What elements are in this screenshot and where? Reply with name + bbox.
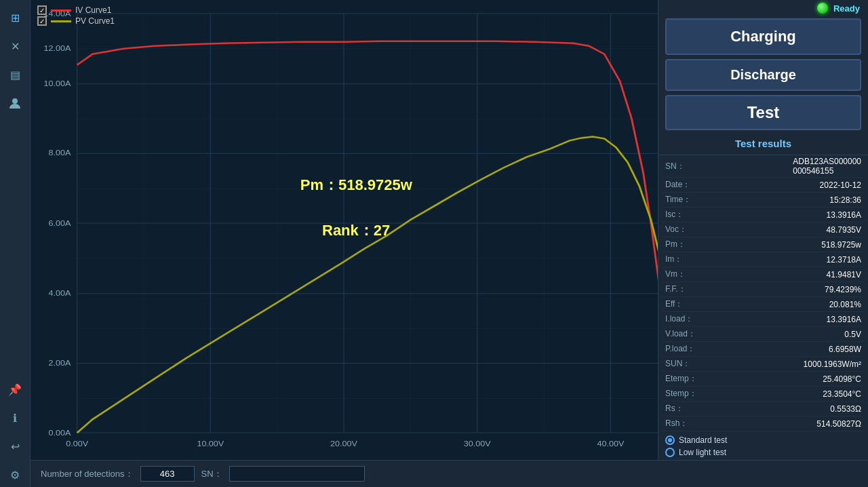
svg-text:4.00A: 4.00A: [49, 288, 71, 297]
sidebar-icon-chart[interactable]: ▤: [3, 62, 27, 87]
isc-value: 13.3916A: [827, 210, 861, 220]
etemp-value: 25.4098°C: [823, 374, 861, 384]
sidebar-icon-close[interactable]: ✕: [3, 34, 27, 58]
vm-row: Vm： 41.9481V: [663, 267, 864, 282]
ready-status: Ready: [833, 3, 860, 14]
time-row: Time： 15:28:36: [663, 193, 864, 208]
iload-row: I.load： 13.3916A: [663, 312, 864, 327]
etemp-label: Etemp：: [665, 373, 697, 385]
pload-value: 6.6958W: [829, 345, 861, 354]
sidebar-icon-users[interactable]: [3, 91, 27, 115]
sn-value: ADB123AS000000000546155: [793, 157, 861, 176]
svg-text:30.00V: 30.00V: [464, 440, 491, 448]
legend-iv-label: IV Curve1: [75, 5, 111, 15]
radio-standard-test[interactable]: Standard test: [665, 434, 861, 446]
svg-text:0.00V: 0.00V: [66, 440, 88, 448]
test-results-header: Test results: [658, 132, 868, 155]
etemp-row: Etemp： 25.4098°C: [663, 372, 864, 387]
chart-area: IV Curve1 PV Curve1: [31, 0, 760, 460]
legend-pv-curve: PV Curve1: [37, 16, 115, 26]
sun-row: SUN： 1000.1963W/m²: [663, 357, 864, 372]
date-row: Date： 2022-10-12: [663, 178, 864, 193]
right-panel: Ready Charging Discharge Test Test resul…: [658, 0, 868, 487]
voc-row: Voc： 48.7935V: [663, 222, 864, 237]
sidebar-icon-info[interactable]: ℹ: [3, 406, 27, 430]
bottom-bar: Number of detections： SN：: [31, 460, 868, 487]
charging-button[interactable]: Charging: [665, 18, 861, 55]
sn-label: SN：: [665, 161, 685, 172]
vload-row: V.load： 0.5V: [663, 327, 864, 342]
im-row: Im： 12.3718A: [663, 252, 864, 267]
rs-value: 0.5533Ω: [830, 404, 861, 414]
voc-label: Voc：: [665, 224, 687, 235]
detections-input[interactable]: [140, 466, 195, 482]
sidebar-icon-grid[interactable]: ⊞: [3, 5, 27, 30]
svg-text:20.00V: 20.00V: [330, 440, 357, 448]
radio-standard-indicator: [665, 435, 675, 445]
rsh-value: 514.50827Ω: [816, 419, 861, 429]
rsh-label: Rsh：: [665, 418, 688, 429]
voc-value: 48.7935V: [827, 225, 861, 235]
radio-low-light-label: Low light test: [679, 448, 726, 457]
data-table: SN： ADB123AS000000000546155 Date： 2022-1…: [658, 155, 868, 431]
svg-text:10.00V: 10.00V: [197, 440, 224, 448]
stemp-label: Stemp：: [665, 388, 697, 400]
vm-value: 41.9481V: [827, 270, 861, 279]
isc-label: Isc：: [665, 209, 684, 220]
status-row: Ready: [658, 0, 868, 16]
sidebar: ⊞ ✕ ▤ 📌 ℹ ↩ ⚙: [0, 0, 31, 487]
sn-bottom-label: SN：: [201, 468, 222, 480]
sidebar-icon-pin[interactable]: 📌: [3, 377, 27, 402]
legend-pv-line: [51, 20, 71, 22]
chart-legend: IV Curve1 PV Curve1: [37, 5, 115, 26]
radio-low-light[interactable]: Low light test: [665, 446, 861, 459]
ff-label: F.F.：: [665, 284, 686, 295]
sun-label: SUN：: [665, 358, 690, 370]
date-label: Date：: [665, 179, 690, 191]
svg-point-0: [12, 98, 18, 104]
iload-value: 13.3916A: [827, 315, 861, 324]
sun-value: 1000.1963W/m²: [804, 359, 861, 369]
pm-label: Pm：: [665, 239, 686, 250]
pload-row: P.load： 6.6958W: [663, 342, 864, 357]
eff-row: Eff： 20.081%: [663, 297, 864, 312]
rs-row: Rs： 0.5533Ω: [663, 402, 864, 416]
eff-value: 20.081%: [829, 300, 861, 309]
legend-pv-checkbox[interactable]: [37, 16, 47, 26]
svg-text:10.00A: 10.00A: [44, 79, 71, 87]
stemp-row: Stemp： 23.3504°C: [663, 387, 864, 402]
iload-label: I.load：: [665, 313, 693, 325]
ff-row: F.F.： 79.4239%: [663, 282, 864, 297]
rs-label: Rs：: [665, 403, 684, 414]
ff-value: 79.4239%: [825, 285, 861, 294]
vload-value: 0.5V: [844, 330, 861, 339]
legend-iv-line: [51, 9, 71, 12]
stemp-value: 23.3504°C: [823, 389, 861, 399]
svg-text:6.00A: 6.00A: [49, 219, 71, 228]
vm-label: Vm：: [665, 269, 686, 280]
eff-label: Eff：: [665, 298, 683, 310]
radio-low-light-indicator: [665, 448, 675, 457]
sidebar-icon-back[interactable]: ↩: [3, 434, 27, 459]
im-value: 12.3718A: [827, 255, 861, 265]
im-label: Im：: [665, 254, 682, 265]
date-value: 2022-10-12: [820, 180, 861, 190]
test-button[interactable]: Test: [665, 95, 861, 130]
isc-row: Isc： 13.3916A: [663, 208, 864, 222]
discharge-button[interactable]: Discharge: [665, 59, 861, 91]
radio-standard-label: Standard test: [679, 435, 727, 445]
chart-container: IV Curve1 PV Curve1: [31, 0, 760, 460]
legend-iv-checkbox[interactable]: [37, 5, 47, 15]
time-value: 15:28:36: [829, 195, 861, 205]
legend-pv-label: PV Curve1: [75, 16, 115, 26]
sn-bottom-input[interactable]: [229, 466, 365, 482]
svg-text:12.00A: 12.00A: [44, 44, 71, 53]
status-led: [817, 3, 828, 14]
sidebar-icon-settings[interactable]: ⚙: [3, 463, 27, 487]
svg-text:8.00A: 8.00A: [49, 149, 71, 157]
svg-text:0.00A: 0.00A: [49, 429, 71, 437]
legend-iv-curve: IV Curve1: [37, 5, 115, 15]
svg-text:2.00A: 2.00A: [49, 359, 71, 368]
rsh-row: Rsh： 514.50827Ω: [663, 416, 864, 431]
pm-row: Pm： 518.9725w: [663, 237, 864, 252]
